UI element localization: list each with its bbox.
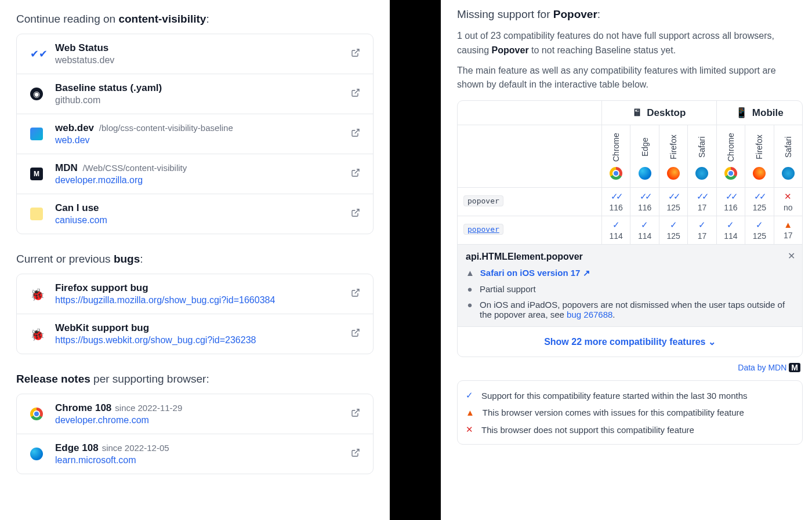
external-link-icon xyxy=(351,288,362,300)
resource-domain: web.dev xyxy=(55,135,342,146)
external-link-icon xyxy=(351,208,362,220)
compat-cell[interactable]: ✓✓125 xyxy=(745,188,773,216)
compat-cell[interactable]: ✓114 xyxy=(601,216,630,244)
legend-row: ▲ This browser version comes with issues… xyxy=(466,404,794,421)
bug-url: https://bugs.webkit.org/show_bug.cgi?id=… xyxy=(55,335,342,346)
release-domain: learn.microsoft.com xyxy=(55,455,342,466)
desktop-icon: 🖥 xyxy=(632,107,642,119)
chrome-icon xyxy=(724,167,737,180)
col-group-mobile: 📱 Mobile xyxy=(716,101,802,125)
webdev-icon xyxy=(30,128,43,140)
legend-row: ✕ This browser does not support this com… xyxy=(466,421,794,438)
compat-cell[interactable]: ✓✓116 xyxy=(601,188,630,216)
compat-cell[interactable]: ✓125 xyxy=(659,216,687,244)
feature-pill: popover xyxy=(463,195,503,206)
resource-row[interactable]: Can I use caniuse.com xyxy=(17,194,373,234)
release-notes-heading: Release notes per supporting browser: xyxy=(16,373,374,386)
legend-icon: ✓ xyxy=(466,390,473,401)
compat-cell[interactable]: ✓125 xyxy=(745,216,773,244)
browser-column-header: Chrome xyxy=(716,125,745,187)
detail-browser-link[interactable]: Safari on iOS version 17 ↗ xyxy=(480,268,590,278)
detail-bug-link[interactable]: bug 267688 xyxy=(567,310,612,319)
external-link-icon xyxy=(351,88,362,100)
legend-row: ✓ Support for this compatibility feature… xyxy=(466,387,794,404)
browser-column-header: Safari xyxy=(687,125,716,187)
chrome-icon xyxy=(30,408,43,420)
show-more-button[interactable]: Show 22 more compatibility features ⌄ xyxy=(458,326,802,357)
bullet-icon: ● xyxy=(466,300,474,310)
bug-url: https://bugzilla.mozilla.org/show_bug.cg… xyxy=(55,295,342,306)
compat-detail-panel: api.HTMLElement.popover ✕ ▲ Safari on iO… xyxy=(458,244,802,326)
warning-icon: ▲ xyxy=(466,268,474,278)
compat-cell[interactable]: ✓✓116 xyxy=(716,188,745,216)
legend-text: This browser version comes with issues f… xyxy=(483,408,744,417)
external-link-icon: ↗ xyxy=(583,268,590,278)
resource-title: Can I use xyxy=(55,202,342,214)
bugs-heading: Current or previous bugs: xyxy=(16,253,374,266)
bug-title: Firefox support bug xyxy=(55,282,342,294)
browser-column-header: Edge xyxy=(630,125,658,187)
resource-title: web.dev /blog/css-content-visibility-bas… xyxy=(55,122,342,134)
release-title: Chrome 108since 2022-11-29 xyxy=(55,402,342,414)
browser-column-header: Safari xyxy=(774,125,802,187)
legend-text: Support for this compatibility feature s… xyxy=(481,391,748,401)
resource-row[interactable]: web.dev /blog/css-content-visibility-bas… xyxy=(17,114,373,154)
browser-column-header: Chrome xyxy=(601,125,630,187)
compat-row: popover ✓✓116✓✓116✓✓125✓✓17✓✓116✓✓125✕no xyxy=(458,187,802,216)
missing-support-para-1: 1 out of 23 compatibility features do no… xyxy=(457,29,803,58)
resource-row[interactable]: ◉ Baseline status (.yaml) github.com xyxy=(17,74,373,114)
resource-domain: webstatus.dev xyxy=(55,55,342,66)
resource-domain: github.com xyxy=(55,95,342,106)
compat-cell[interactable]: ✓17 xyxy=(687,216,716,244)
feature-pill[interactable]: popover xyxy=(463,224,503,235)
detail-partial-support: Partial support xyxy=(480,284,536,294)
webstatus-icon: ✔✔ xyxy=(30,48,43,60)
compat-cell[interactable]: ✓114 xyxy=(716,216,745,244)
chrome-icon xyxy=(610,167,622,180)
mdn-icon: M xyxy=(789,363,800,372)
compat-cell[interactable]: ✓✓125 xyxy=(659,188,687,216)
resource-row[interactable]: ✔✔ Web Status webstatus.dev xyxy=(17,34,373,74)
detail-close-button[interactable]: ✕ xyxy=(788,250,795,261)
data-by-mdn-link[interactable]: Data by MDNM xyxy=(457,363,800,372)
resource-title: Web Status xyxy=(55,42,342,54)
detail-title: api.HTMLElement.popover xyxy=(466,252,794,262)
release-row[interactable]: Edge 108since 2022-12-05 learn.microsoft… xyxy=(17,434,373,474)
resource-title: MDN /Web/CSS/content-visibility xyxy=(55,162,342,174)
detail-note: On iOS and iPadOS, popovers are not dism… xyxy=(480,300,794,319)
edge-icon xyxy=(639,167,651,180)
caniuse-icon xyxy=(30,208,43,220)
bug-row[interactable]: 🐞 WebKit support bug https://bugs.webkit… xyxy=(17,314,373,354)
firefox-icon xyxy=(753,167,766,180)
legend-icon: ▲ xyxy=(466,408,474,417)
right-pane: Missing support for Popover: 1 out of 23… xyxy=(441,0,812,520)
resource-domain: developer.mozilla.org xyxy=(55,175,342,186)
release-title: Edge 108since 2022-12-05 xyxy=(55,442,342,454)
compat-cell[interactable]: ▲17 xyxy=(774,216,802,244)
external-link-icon xyxy=(351,48,362,60)
edge-icon xyxy=(30,448,43,460)
compat-row-label: popover xyxy=(458,216,601,244)
compat-cell[interactable]: ✓✓116 xyxy=(630,188,658,216)
compat-table: 🖥 Desktop 📱 Mobile Chrome Edge Firefox S… xyxy=(457,100,803,357)
github-icon: ◉ xyxy=(30,88,43,100)
resource-row[interactable]: M MDN /Web/CSS/content-visibility develo… xyxy=(17,154,373,194)
col-group-desktop: 🖥 Desktop xyxy=(601,101,716,125)
chevron-down-icon: ⌄ xyxy=(708,337,716,347)
resources-list: ✔✔ Web Status webstatus.dev ◉ Baseline s… xyxy=(16,34,374,234)
external-link-icon xyxy=(351,168,362,180)
missing-support-heading: Missing support for Popover: xyxy=(457,8,803,21)
legend-icon: ✕ xyxy=(466,424,473,435)
bug-row[interactable]: 🐞 Firefox support bug https://bugzilla.m… xyxy=(17,274,373,314)
compat-cell[interactable]: ✓✓17 xyxy=(687,188,716,216)
browser-column-header: Firefox xyxy=(659,125,687,187)
compat-cell[interactable]: ✓114 xyxy=(630,216,658,244)
legend-text: This browser does not support this compa… xyxy=(481,425,694,435)
bug-icon: 🐞 xyxy=(30,288,43,300)
left-pane: Continue reading on content-visibility: … xyxy=(0,0,390,520)
external-link-icon xyxy=(351,328,362,340)
legend: ✓ Support for this compatibility feature… xyxy=(457,380,803,445)
release-row[interactable]: Chrome 108since 2022-11-29 developer.chr… xyxy=(17,394,373,434)
browser-column-header: Firefox xyxy=(745,125,773,187)
compat-cell[interactable]: ✕no xyxy=(774,188,802,216)
